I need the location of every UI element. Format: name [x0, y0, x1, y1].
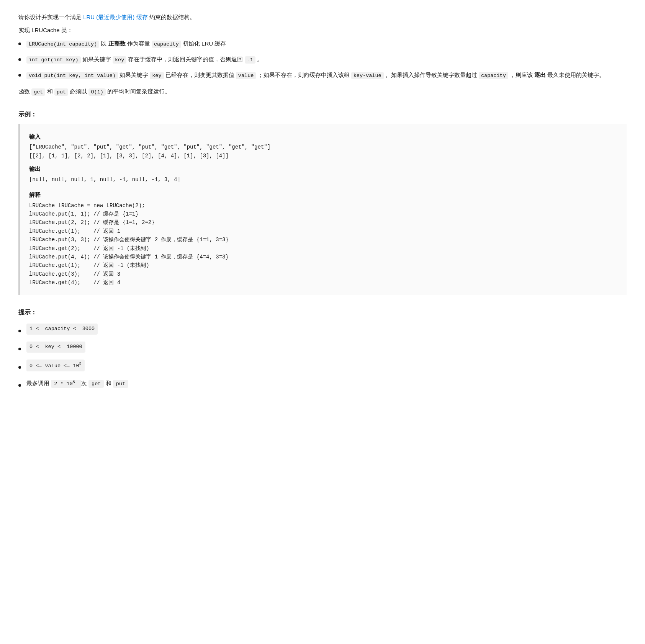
bullet1-code: LRUCache(int capacity): [26, 41, 99, 48]
bullet-item-2: int get(int key) 如果关键字 key 存在于缓存中，则返回关键字…: [18, 54, 627, 65]
lru-link[interactable]: LRU (最近最少使用) 缓存: [83, 14, 147, 20]
bullet-content-1: LRUCache(int capacity) 以 正整数 作为容量 capaci…: [26, 39, 627, 49]
hint-item-1: 1 <= capacity <= 3000: [18, 324, 627, 335]
input-line1: ["LRUCache", "put", "put", "get", "put",…: [29, 143, 617, 151]
bullet-item-1: LRUCache(int capacity) 以 正整数 作为容量 capaci…: [18, 39, 627, 49]
hints-section: 提示： 1 <= capacity <= 3000 0 <= key <= 10…: [18, 307, 627, 389]
hint-4-put: put: [113, 380, 128, 388]
complexity-get: get: [31, 88, 45, 96]
explanation-line: lRUCache.put(1, 1); // 缓存是 {1=1}: [29, 210, 617, 218]
bullet-list: LRUCache(int capacity) 以 正整数 作为容量 capaci…: [18, 39, 627, 80]
bullet3-code: void put(int key, int value): [26, 72, 118, 79]
bullet3-code3: value: [236, 72, 256, 79]
explanation-line: lRUCache.get(1); // 返回 1: [29, 227, 617, 235]
hint-4-code: 2 * 105: [51, 380, 81, 388]
hints-title: 提示：: [18, 307, 627, 317]
hint-4-content: 最多调用 2 * 105 次 get 和 put: [26, 378, 128, 389]
bullet3-code4: key-value: [351, 72, 384, 79]
bullet2-code: int get(int key): [26, 56, 81, 64]
hint-dot-1: [18, 330, 21, 332]
explanation-line: lRUCache.put(4, 4); // 该操作会使得关键字 1 作废，缓存…: [29, 253, 617, 261]
explanation-lines: LRUCache lRUCache = new LRUCache(2);lRUC…: [29, 201, 617, 287]
bullet-dot-3: [18, 74, 21, 77]
bullet3-code2: key: [150, 72, 164, 79]
example-section: 示例： 输入 ["LRUCache", "put", "put", "get",…: [18, 109, 627, 295]
output-label: 输出: [29, 164, 617, 174]
bullet-dot-1: [18, 42, 21, 45]
bullet3-code5: capacity: [479, 72, 508, 79]
example-title: 示例：: [18, 109, 627, 119]
hint-item-3: 0 <= value <= 105: [18, 360, 627, 371]
bullet-content-2: int get(int key) 如果关键字 key 存在于缓存中，则返回关键字…: [26, 54, 627, 65]
example-box: 输入 ["LRUCache", "put", "put", "get", "pu…: [18, 124, 627, 295]
hint-bullet-list: 1 <= capacity <= 3000 0 <= key <= 10000 …: [18, 324, 627, 389]
hint-code-3: 0 <= value <= 105: [26, 360, 85, 371]
explanation-label: 解释: [29, 190, 617, 200]
explanation-line: LRUCache lRUCache = new LRUCache(2);: [29, 201, 617, 210]
complexity-line: 函数 get 和 put 必须以 O(1) 的平均时间复杂度运行。: [18, 87, 627, 97]
hint-code-2: 0 <= key <= 10000: [26, 342, 85, 353]
bullet1-bold: 正整数: [108, 40, 126, 47]
hint-dot-2: [18, 348, 21, 350]
input-line2: [[2], [1, 1], [2, 2], [1], [3, 3], [2], …: [29, 152, 617, 160]
explanation-block: 解释 LRUCache lRUCache = new LRUCache(2);l…: [29, 190, 617, 287]
bullet1-code2: capacity: [152, 41, 181, 48]
explanation-line: lRUCache.get(1); // 返回 -1 (未找到): [29, 261, 617, 270]
explanation-line: lRUCache.put(2, 2); // 缓存是 {1=1, 2=2}: [29, 218, 617, 227]
bullet2-code3: -1: [245, 56, 255, 64]
explanation-line: lRUCache.get(2); // 返回 -1 (未找到): [29, 244, 617, 253]
hint-code-1: 1 <= capacity <= 3000: [26, 324, 98, 335]
explanation-line: lRUCache.get(4); // 返回 4: [29, 278, 617, 287]
intro-line1: 请你设计并实现一个满足 LRU (最近最少使用) 缓存 约束的数据结构。: [18, 12, 627, 22]
page-container: 请你设计并实现一个满足 LRU (最近最少使用) 缓存 约束的数据结构。 实现 …: [18, 12, 627, 389]
hint-item-4: 最多调用 2 * 105 次 get 和 put: [18, 378, 627, 389]
output-line: [null, null, null, 1, null, -1, null, -1…: [29, 175, 617, 184]
explanation-line: lRUCache.get(3); // 返回 3: [29, 270, 617, 278]
implement-line: 实现 LRUCache 类：: [18, 25, 627, 35]
input-label: 输入: [29, 132, 617, 142]
bullet-dot-2: [18, 58, 21, 61]
hint-dot-4: [18, 384, 21, 387]
bullet-content-3: void put(int key, int value) 如果关键字 key 已…: [26, 70, 627, 80]
complexity-put: put: [54, 88, 68, 96]
bullet2-code2: key: [113, 56, 126, 64]
explanation-line: lRUCache.put(3, 3); // 该操作会使得关键字 2 作废，缓存…: [29, 235, 617, 244]
complexity-o1: O(1): [88, 88, 105, 96]
hint-item-2: 0 <= key <= 10000: [18, 342, 627, 353]
bullet3-bold: 逐出: [534, 72, 546, 78]
bullet-item-3: void put(int key, int value) 如果关键字 key 已…: [18, 70, 627, 80]
hint-dot-3: [18, 366, 21, 369]
hint-4-get: get: [88, 380, 104, 388]
